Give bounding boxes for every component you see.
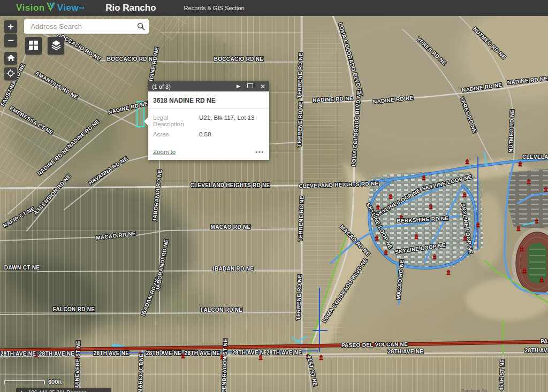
map-attribution: Sandoval Co.	[461, 388, 489, 392]
street-label: MACAO RD NE	[211, 224, 251, 230]
zoom-out-button[interactable]: −	[4, 34, 17, 47]
street-label: FALCON RD NE	[201, 307, 243, 313]
street-label: FALCON RD NE	[53, 306, 95, 312]
street-label: BOCCACIO RD NE	[107, 56, 157, 62]
street-label: BOCCACIO RD NE	[214, 56, 264, 62]
street-label: 28TH AVE NE	[232, 350, 268, 356]
search-input[interactable]	[29, 22, 133, 31]
scale-bar: 600ft	[4, 379, 62, 385]
street-label: CLEVELAND	[522, 154, 548, 160]
locate-icon	[6, 69, 15, 79]
popup-pointer	[144, 117, 148, 126]
search-icon[interactable]	[133, 19, 149, 34]
street-label: 28TH AVE NE	[94, 350, 130, 356]
map-canvas[interactable]: FAUSTINA RD NEAMANTIUS RD NEEMPRESSA CT …	[0, 16, 548, 392]
scale-bar-label: 600ft	[48, 379, 62, 385]
street-label: DAWN CT NE	[4, 265, 40, 271]
vision-view-logo: Vision View SM	[16, 2, 84, 14]
maximize-icon[interactable]	[247, 83, 253, 89]
street-label: 28TH AVE NE	[525, 348, 548, 353]
feature-pager: (1 of 3)	[152, 83, 230, 90]
street-label: IBADAN RD NE	[213, 266, 254, 272]
crosshair-icon: ✛	[19, 390, 24, 392]
street-label: 45TH ST NE	[498, 359, 505, 391]
zoom-in-button[interactable]: +	[4, 20, 17, 33]
popup-title: 3618 NADINE RD NE	[148, 91, 269, 109]
attribute-value: U21, Blk 117, Lot 13	[199, 114, 254, 127]
street-label: PASEO DEL VOLCAN NE	[541, 339, 548, 344]
page-title: Rio Rancho	[105, 3, 156, 13]
basemap-grid-icon	[28, 40, 39, 52]
coordinate-widget: ✛ -106.441 35.311 Degrees	[16, 388, 111, 392]
street-label: 28TH AVE NE	[1, 351, 36, 357]
layers-icon	[51, 40, 62, 52]
address-search	[24, 19, 149, 34]
app-header: Vision View SM Rio Rancho Records & GIS …	[0, 0, 548, 16]
attribute-label: Acres	[153, 131, 199, 137]
popup-header: (1 of 3) ▶ ✕	[148, 81, 269, 91]
attribute-label: Legal Description	[153, 114, 199, 127]
logo-vision-text: Vision	[16, 3, 45, 13]
logo-view-text: View	[57, 3, 79, 13]
subtitle: Records & GIS Section	[184, 5, 245, 11]
next-feature-icon[interactable]: ▶	[237, 84, 240, 89]
home-button[interactable]	[4, 52, 17, 65]
map-container: FAUSTINA RD NEAMANTIUS RD NEEMPRESSA CT …	[0, 16, 548, 392]
street-label: PASEO DEL VOLCAN NE	[341, 341, 408, 348]
attribute-row: Legal Description U21, Blk 117, Lot 13	[153, 114, 264, 127]
coordinate-readout: -106.441 35.311 Degrees	[26, 390, 87, 392]
popup-body: 3618 NADINE RD NE Legal Description U21,…	[148, 91, 269, 160]
street-label: 28TH AVE NE	[267, 350, 302, 356]
street-label: 28TH AVE NE	[39, 351, 75, 357]
scale-bar-rule	[4, 380, 46, 385]
street-label: 28TH AVE NE	[146, 350, 182, 356]
logo-sm-text: SM	[79, 6, 84, 10]
close-icon[interactable]: ✕	[260, 83, 265, 90]
street-label: 28TH AVE NE	[185, 350, 220, 356]
zoom-to-link[interactable]: Zoom to	[153, 149, 255, 155]
more-options-icon[interactable]: •••	[255, 149, 264, 155]
home-icon	[7, 54, 15, 63]
vision-view-v-icon	[47, 2, 56, 14]
attribute-row: Acres 0.50	[153, 131, 264, 137]
attribute-value: 0.50	[199, 131, 211, 137]
locate-button[interactable]	[4, 67, 17, 80]
feature-popup: (1 of 3) ▶ ✕ 3618 NADINE RD NE Legal Des…	[148, 81, 269, 160]
basemap-gallery-button[interactable]	[25, 37, 42, 55]
layers-button[interactable]	[48, 37, 64, 55]
street-label: 28TH AVE NE	[388, 349, 424, 355]
street-label: CLEVELAND HEIGHTS RD NE	[190, 182, 270, 188]
